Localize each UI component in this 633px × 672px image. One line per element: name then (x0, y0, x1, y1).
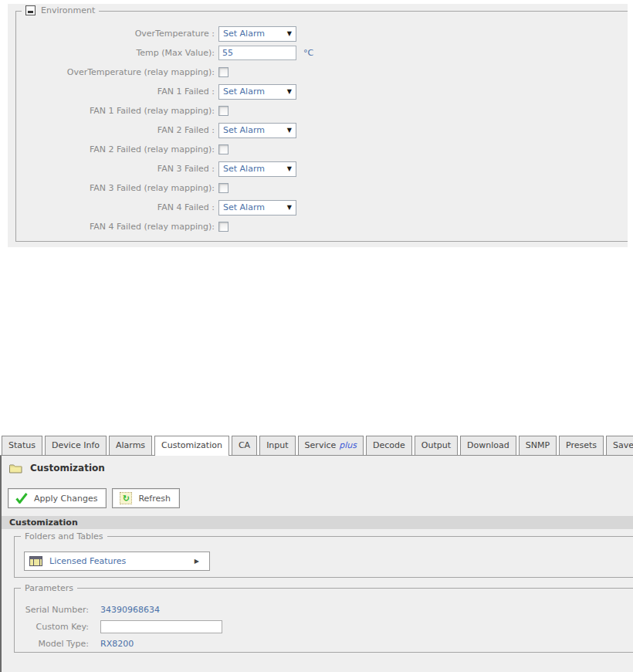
form-row: OverTemperature (relay mapping): (16, 63, 628, 82)
refresh-label: Refresh (138, 494, 171, 504)
temp-max-value-input[interactable] (218, 46, 296, 60)
fan3-failed-select[interactable]: Set Alarm ▼ (218, 161, 296, 177)
custom-key-input[interactable] (100, 620, 222, 633)
tab-snmp[interactable]: SNMP (519, 436, 557, 455)
parameters-legend: Parameters (21, 583, 77, 593)
tab-input[interactable]: Input (259, 436, 295, 455)
fan3-failed-label: FAN 3 Failed : (16, 164, 215, 174)
form-row: FAN 4 Failed (relay mapping): (16, 217, 628, 236)
form-row: FAN 3 Failed : Set Alarm ▼ (16, 159, 628, 178)
fan2-failed-label: FAN 2 Failed : (16, 125, 215, 135)
fan4-relay-label: FAN 4 Failed (relay mapping): (16, 222, 215, 232)
environment-legend-label: Environment (41, 5, 95, 15)
model-type-label: Model Type: (15, 639, 89, 649)
tab-decode[interactable]: Decode (366, 436, 412, 455)
fan1-relay-label: FAN 1 Failed (relay mapping): (16, 106, 215, 116)
fan3-failed-select-value: Set Alarm (223, 164, 265, 174)
fan3-relay-checkbox[interactable] (218, 183, 228, 193)
overtemperature-relay-label: OverTemperature (relay mapping): (16, 67, 215, 77)
check-icon (15, 493, 28, 504)
tab-download[interactable]: Download (460, 436, 516, 455)
fan1-failed-select-value: Set Alarm (223, 87, 265, 97)
fan4-failed-select[interactable]: Set Alarm ▼ (218, 200, 296, 216)
licensed-features-item[interactable]: Licensed Features ▶ (24, 552, 210, 571)
tab-customization[interactable]: Customization (154, 436, 229, 456)
overtemperature-select[interactable]: Set Alarm ▼ (218, 26, 296, 42)
folder-icon (9, 463, 23, 473)
chevron-down-icon: ▼ (287, 31, 292, 37)
temp-unit-label: °C (303, 48, 313, 58)
parameters-rows: Serial Number: 34390968634 Custom Key: M… (15, 601, 633, 652)
tab-save-load[interactable]: Save/Load (606, 436, 633, 455)
refresh-button[interactable]: ↻ Refresh (112, 488, 180, 508)
overtemperature-relay-checkbox[interactable] (218, 67, 228, 77)
service-plus-suffix: plus (339, 440, 357, 450)
page-title-row: Customization (9, 463, 105, 473)
licensed-features-label: Licensed Features (49, 556, 126, 566)
tab-bar: Status Device Info Alarms Customization … (0, 434, 633, 456)
tab-presets[interactable]: Presets (559, 436, 604, 455)
environment-panel: Environment OverTemperature : Set Alarm … (8, 4, 628, 247)
section-header: Customization (2, 516, 633, 529)
chevron-down-icon: ▼ (287, 89, 292, 95)
serial-number-value: 34390968634 (100, 605, 160, 615)
model-type-value: RX8200 (100, 639, 134, 649)
form-row: OverTemperature : Set Alarm ▼ (16, 24, 628, 43)
form-row: FAN 2 Failed : Set Alarm ▼ (16, 120, 628, 140)
fan1-failed-select[interactable]: Set Alarm ▼ (218, 84, 296, 100)
environment-legend: Environment (22, 5, 99, 15)
fan4-failed-select-value: Set Alarm (223, 202, 265, 212)
fan2-relay-checkbox[interactable] (218, 144, 228, 154)
chevron-down-icon: ▼ (287, 205, 292, 211)
tab-output[interactable]: Output (415, 436, 458, 455)
customization-page: Status Device Info Alarms Customization … (0, 434, 633, 672)
tab-service-plus[interactable]: Serviceplus (298, 436, 364, 455)
tab-ca[interactable]: CA (232, 436, 257, 455)
form-row: Model Type: RX8200 (15, 635, 633, 652)
refresh-icon: ↻ (120, 492, 132, 504)
apply-changes-button[interactable]: Apply Changes (8, 488, 107, 508)
apply-changes-label: Apply Changes (34, 494, 97, 504)
form-row: Temp (Max Value): °C (16, 43, 628, 63)
chevron-down-icon: ▼ (287, 166, 292, 172)
fan4-failed-label: FAN 4 Failed : (16, 202, 215, 212)
form-row: Serial Number: 34390968634 (15, 601, 633, 618)
form-row: Custom Key: (15, 618, 633, 635)
temp-max-value-label: Temp (Max Value): (16, 48, 215, 58)
fan2-failed-select[interactable]: Set Alarm ▼ (218, 123, 296, 138)
fan2-relay-label: FAN 2 Failed (relay mapping): (16, 144, 215, 154)
fan3-relay-label: FAN 3 Failed (relay mapping): (16, 183, 215, 193)
form-row: FAN 3 Failed (relay mapping): (16, 178, 628, 198)
folders-and-tables-legend: Folders and Tables (21, 531, 107, 541)
arrow-right-icon: ▶ (195, 558, 199, 565)
table-icon (29, 556, 42, 566)
tab-alarms[interactable]: Alarms (109, 436, 152, 455)
chevron-down-icon: ▼ (287, 127, 292, 134)
folders-and-tables-fieldset: Folders and Tables Licensed Features ▶ (14, 531, 633, 578)
environment-fieldset: Environment OverTemperature : Set Alarm … (15, 11, 628, 242)
tab-device-info[interactable]: Device Info (45, 436, 107, 455)
form-row: FAN 2 Failed (relay mapping): (16, 140, 628, 159)
overtemperature-select-value: Set Alarm (223, 29, 265, 39)
parameters-fieldset: Parameters Serial Number: 34390968634 Cu… (14, 583, 633, 653)
serial-number-label: Serial Number: (15, 605, 89, 615)
tab-content: Customization Apply Changes ↻ Refresh Cu… (0, 456, 633, 672)
tab-status[interactable]: Status (2, 436, 42, 455)
form-row: FAN 1 Failed : Set Alarm ▼ (16, 82, 628, 101)
custom-key-label: Custom Key: (15, 622, 89, 632)
fan1-relay-checkbox[interactable] (218, 106, 228, 116)
overtemperature-label: OverTemperature : (16, 29, 215, 39)
environment-rows: OverTemperature : Set Alarm ▼ Temp (Max … (16, 24, 628, 236)
form-row: FAN 4 Failed : Set Alarm ▼ (16, 198, 628, 217)
page-title: Customization (30, 463, 105, 473)
fan2-failed-select-value: Set Alarm (223, 125, 265, 135)
fan4-relay-checkbox[interactable] (218, 222, 228, 232)
form-row: FAN 1 Failed (relay mapping): (16, 101, 628, 120)
fan1-failed-label: FAN 1 Failed : (16, 87, 215, 97)
collapse-icon[interactable] (25, 5, 36, 15)
toolbar: Apply Changes ↻ Refresh (8, 488, 180, 508)
